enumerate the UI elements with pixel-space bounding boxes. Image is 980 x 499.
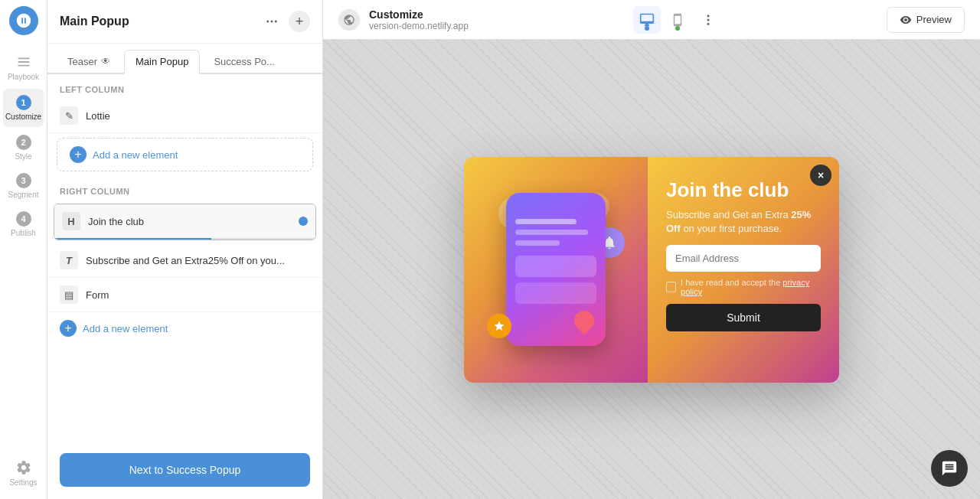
popup-email-input[interactable] <box>666 245 821 272</box>
popup-content: Join the club Subscribe and Get an Extra… <box>666 178 821 332</box>
tabs-bar: Teaser 👁 Main Popup Success Po... <box>47 44 322 74</box>
heading-label: Join the club <box>88 216 291 227</box>
right-column-add-element-row[interactable]: + Add a new element <box>47 312 322 344</box>
popup-checkbox-row: I have read and accept the privacy polic… <box>666 278 821 296</box>
next-button[interactable]: Next to Success Popup <box>60 453 310 487</box>
toolbar-title-block: Customize version-demo.netlify.app <box>369 8 469 31</box>
tab-main-popup[interactable]: Main Popup <box>124 50 200 74</box>
lottie-element-row[interactable]: ✎ Lottie <box>47 99 322 133</box>
svg-point-2 <box>275 21 277 23</box>
mobile-device-button[interactable] <box>664 6 691 34</box>
desktop-device-button[interactable] <box>633 6 661 34</box>
customize-badge: 1 <box>16 95 31 110</box>
sidebar-label-customize: Customize <box>5 113 41 121</box>
text-icon: T <box>60 251 78 269</box>
sidebar-label-settings: Settings <box>9 478 37 487</box>
sidebar-label-playbook: Playbook <box>8 73 39 81</box>
svg-point-0 <box>266 21 269 23</box>
toolbar-app-name: Customize <box>369 8 469 21</box>
star-bubble <box>487 314 511 338</box>
sidebar-item-publish[interactable]: 4 Publish <box>0 205 47 243</box>
text-element-row[interactable]: T Subscribe and Get an Extra25% Off on y… <box>47 243 322 278</box>
sidebar-item-playbook[interactable]: Playbook <box>0 47 47 87</box>
sidebar-label-publish: Publish <box>11 229 36 237</box>
heading-icon: H <box>62 212 80 230</box>
app-logo <box>9 6 38 35</box>
phone-illustration <box>491 185 621 354</box>
popup-close-button[interactable]: × <box>810 165 831 186</box>
form-label: Form <box>86 289 310 301</box>
svg-point-5 <box>707 22 709 24</box>
panel-title: Main Popup <box>60 15 255 28</box>
text-label: Subscribe and Get an Extra25% Off on you… <box>86 255 310 266</box>
popup-privacy-label: I have read and accept the privacy polic… <box>681 278 821 296</box>
popup-subtext-before: Subscribe and Get an Extra <box>666 209 789 220</box>
panel: Main Popup + Teaser 👁 Main Popup Success… <box>47 0 323 499</box>
progress-bar <box>54 238 315 240</box>
preview-button[interactable]: Preview <box>887 7 965 33</box>
panel-add-button[interactable]: + <box>289 11 310 32</box>
eye-icon: 👁 <box>101 56 110 67</box>
popup-left-column <box>464 157 648 383</box>
preview-label: Preview <box>916 14 952 25</box>
heading-element-selected[interactable]: H Join the club <box>54 204 316 240</box>
svg-point-1 <box>271 21 273 23</box>
top-toolbar: Customize version-demo.netlify.app Previ… <box>323 0 980 40</box>
popup-heading: Join the club <box>666 178 821 202</box>
popup-modal: Join the club Subscribe and Get an Extra… <box>464 157 839 383</box>
popup-right-column: Join the club Subscribe and Get an Extra… <box>648 157 839 383</box>
style-badge: 2 <box>16 135 31 150</box>
selected-indicator <box>299 217 308 226</box>
toolbar-domain: version-demo.netlify.app <box>369 21 469 31</box>
popup-submit-button[interactable]: Submit <box>666 304 821 331</box>
main-content: Customize version-demo.netlify.app Previ… <box>323 0 980 499</box>
toolbar-left: Customize version-demo.netlify.app <box>338 8 469 31</box>
svg-point-4 <box>707 18 709 21</box>
add-circle-right: + <box>60 320 77 337</box>
left-column-label: LEFT COLUMN <box>47 74 322 99</box>
sidebar-item-settings[interactable]: Settings <box>0 453 47 493</box>
sidebar-item-style[interactable]: 2 Style <box>0 129 47 167</box>
device-toggle <box>633 6 722 34</box>
left-column-add-element-box[interactable]: + Add a new element <box>57 138 313 171</box>
tab-success-popup[interactable]: Success Po... <box>203 50 285 73</box>
form-element-row[interactable]: ▤ Form <box>47 278 322 312</box>
lottie-icon: ✎ <box>60 106 78 125</box>
add-element-label-right: Add a new element <box>83 323 168 334</box>
sidebar-nav: Playbook 1 Customize 2 Style 3 Segment 4… <box>0 0 47 499</box>
panel-content: LEFT COLUMN ✎ Lottie + Add a new element… <box>47 74 322 499</box>
popup-privacy-checkbox[interactable] <box>666 282 676 292</box>
tab-teaser[interactable]: Teaser 👁 <box>57 50 121 73</box>
panel-header-icons: + <box>261 11 310 32</box>
popup-subtext-after: on your first purchase. <box>681 223 782 234</box>
add-circle-left: + <box>70 146 87 163</box>
globe-icon <box>338 9 360 31</box>
svg-point-3 <box>707 15 709 17</box>
panel-more-button[interactable] <box>261 11 283 32</box>
chat-fab-button[interactable] <box>931 450 968 487</box>
sidebar-item-segment[interactable]: 3 Segment <box>0 167 47 205</box>
mobile-active-dot <box>675 26 680 31</box>
tab-teaser-label: Teaser <box>67 56 97 67</box>
desktop-active-dot <box>645 26 649 31</box>
popup-subtext: Subscribe and Get an Extra 25% Off on yo… <box>666 208 821 236</box>
sidebar-item-customize[interactable]: 1 Customize <box>3 89 44 127</box>
lottie-label: Lottie <box>86 110 310 122</box>
phone-body <box>506 193 606 346</box>
tab-main-popup-label: Main Popup <box>136 56 188 67</box>
add-element-label-left: Add a new element <box>93 149 178 161</box>
sidebar-label-style: Style <box>15 152 31 161</box>
publish-badge: 4 <box>16 211 31 227</box>
right-column-label: RIGHT COLUMN <box>47 176 322 201</box>
popup-overlay: Join the club Subscribe and Get an Extra… <box>323 40 980 499</box>
tab-success-popup-label: Success Po... <box>214 56 274 67</box>
segment-badge: 3 <box>16 173 31 188</box>
sidebar-label-segment: Segment <box>8 191 38 199</box>
more-options-button[interactable] <box>694 6 722 34</box>
form-icon: ▤ <box>60 285 78 304</box>
panel-header: Main Popup + <box>47 0 322 44</box>
left-column-add-element-row[interactable]: + Add a new element <box>57 139 312 171</box>
